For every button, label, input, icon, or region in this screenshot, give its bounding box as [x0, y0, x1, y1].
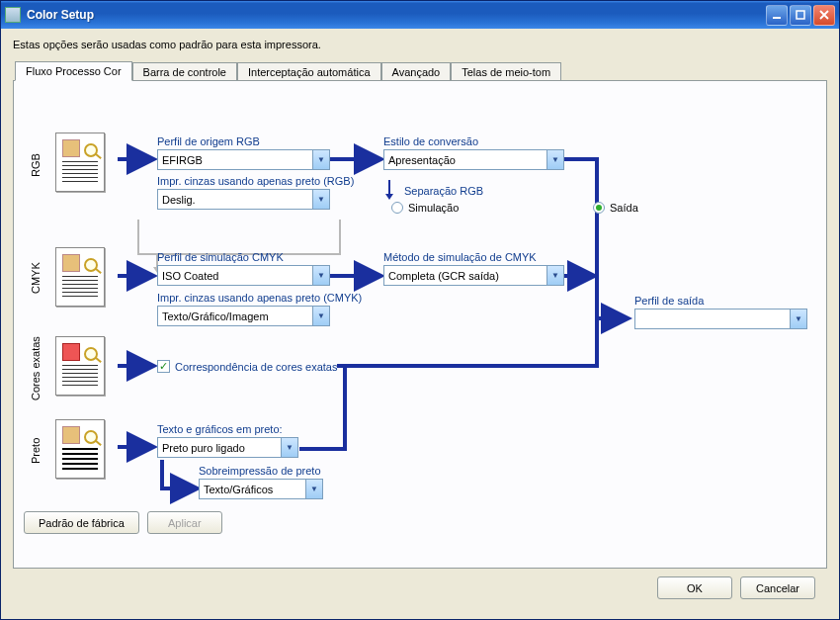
label-output-profile: Perfil de saída — [634, 295, 704, 307]
dropdown-black-overprint-value: Texto/Gráficos — [204, 484, 273, 495]
tab-avancado[interactable]: Avançado — [381, 62, 452, 81]
label-cmyk-sim-method: Método de simulação de CMYK — [383, 251, 537, 263]
titlebar[interactable]: Color Setup — [1, 1, 839, 29]
maximize-button[interactable] — [790, 5, 811, 26]
dropdown-cmyk-sim-method[interactable]: Completa (GCR saída) ▼ — [383, 265, 564, 286]
dropdown-black-textgfx-value: Preto puro ligado — [162, 442, 245, 454]
app-icon — [5, 7, 21, 23]
section-label-cmyk: CMYK — [30, 251, 45, 306]
chevron-down-icon: ▼ — [546, 266, 563, 285]
label-cmyk-sim-profile: Perfil de simulação CMYK — [157, 251, 284, 263]
label-rendering-style: Estilo de conversão — [383, 135, 478, 147]
label-print-gray-cmyk: Impr. cinzas usando apenas preto (CMYK) — [157, 292, 362, 304]
tab-fluxo-processo-cor[interactable]: Fluxo Processo Cor — [15, 61, 132, 81]
section-label-black: Preto — [30, 423, 45, 478]
window-title: Color Setup — [27, 8, 766, 22]
label-rgb-source: Perfil de origem RGB — [157, 135, 260, 147]
dropdown-rendering-style[interactable]: Apresentação ▼ — [383, 149, 564, 170]
minimize-button[interactable] — [766, 5, 788, 26]
dropdown-rendering-style-value: Apresentação — [388, 154, 456, 166]
chevron-down-icon: ▼ — [305, 480, 322, 498]
label-print-gray-rgb: Impr. cinzas usando apenas preto (RGB) — [157, 175, 354, 187]
ok-button[interactable]: OK — [657, 576, 732, 599]
dropdown-print-gray-rgb-value: Deslig. — [162, 194, 196, 206]
doc-icon-cmyk — [55, 247, 105, 307]
close-button[interactable] — [813, 5, 835, 26]
chevron-down-icon: ▼ — [312, 190, 329, 209]
dropdown-rgb-source-value: EFIRGB — [162, 154, 203, 166]
label-black-overprint: Sobreimpressão de preto — [199, 465, 321, 477]
dropdown-cmyk-sim-method-value: Completa (GCR saída) — [388, 270, 499, 282]
dropdown-cmyk-sim-profile[interactable]: ISO Coated ▼ — [157, 265, 330, 286]
dropdown-print-gray-rgb[interactable]: Deslig. ▼ — [157, 189, 330, 210]
doc-icon-rgb — [55, 133, 105, 192]
tabs: Fluxo Processo Cor Barra de controle Int… — [13, 60, 827, 80]
chevron-down-icon: ▼ — [546, 150, 563, 169]
chevron-down-icon: ▼ — [790, 310, 806, 328]
radio-simulation-label: Simulação — [408, 202, 459, 214]
svg-rect-0 — [773, 17, 781, 19]
checkbox-spot-match[interactable]: ✓ Correspondência de cores exatas — [157, 360, 337, 373]
dropdown-black-textgfx[interactable]: Preto puro ligado ▼ — [157, 437, 298, 458]
tab-interceptacao[interactable]: Interceptação automática — [237, 62, 381, 81]
dropdown-print-gray-cmyk[interactable]: Texto/Gráfico/Imagem ▼ — [157, 306, 330, 326]
radio-output[interactable]: Saída — [593, 202, 638, 214]
dropdown-black-overprint[interactable]: Texto/Gráficos ▼ — [199, 479, 323, 499]
label-rgb-separation: Separação RGB — [404, 185, 483, 197]
dropdown-cmyk-sim-profile-value: ISO Coated — [162, 270, 218, 282]
window: Color Setup Estas opções serão usadas co… — [0, 0, 840, 620]
section-label-rgb: RGB — [30, 140, 45, 190]
chevron-down-icon: ▼ — [312, 307, 329, 325]
chevron-down-icon: ▼ — [281, 438, 297, 457]
radio-simulation[interactable]: Simulação — [391, 202, 459, 214]
radio-output-label: Saída — [610, 202, 638, 214]
chevron-down-icon: ▼ — [312, 150, 329, 169]
apply-button[interactable]: Aplicar — [147, 511, 222, 534]
factory-default-button[interactable]: Padrão de fábrica — [24, 511, 139, 534]
dropdown-output-profile[interactable]: ▼ — [634, 309, 807, 329]
tab-telas-meio-tom[interactable]: Telas de meio-tom — [451, 62, 561, 81]
doc-icon-spot — [55, 336, 105, 396]
tab-barra-controle[interactable]: Barra de controle — [132, 62, 237, 81]
checkbox-spot-match-label: Correspondência de cores exatas — [175, 361, 337, 373]
doc-icon-black — [55, 419, 105, 479]
svg-rect-1 — [797, 11, 804, 19]
tab-panel: RGB Perfil de origem RGB EFIRGB ▼ Estilo… — [13, 80, 827, 569]
chevron-down-icon: ▼ — [312, 266, 329, 285]
dropdown-rgb-source[interactable]: EFIRGB ▼ — [157, 149, 330, 170]
description-text: Estas opções serão usadas como padrão pa… — [13, 39, 827, 50]
dropdown-print-gray-cmyk-value: Texto/Gráfico/Imagem — [162, 310, 269, 322]
cancel-button[interactable]: Cancelar — [740, 576, 815, 599]
label-black-textgfx: Texto e gráficos em preto: — [157, 423, 283, 435]
section-label-spot: Cores exatas — [30, 334, 45, 403]
